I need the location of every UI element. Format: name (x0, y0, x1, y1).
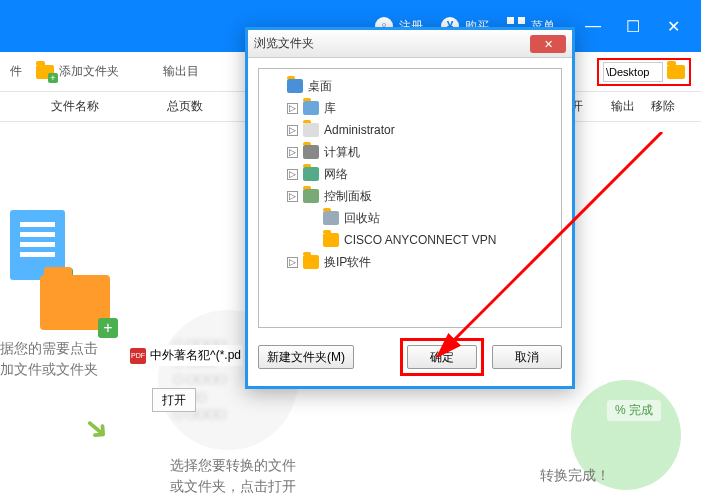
browse-folder-icon[interactable] (667, 65, 685, 79)
pdf-icon: PDF (130, 348, 146, 364)
tree-node-label: 库 (324, 100, 336, 117)
tree-node[interactable]: CISCO ANYCONNECT VPN (265, 229, 555, 251)
tree-node[interactable]: ▷库 (265, 97, 555, 119)
sample-file-row: PDF 中外著名犯^(*.pd (128, 345, 243, 366)
fold-icon (303, 255, 319, 269)
add-file-button[interactable]: 件 (10, 63, 22, 80)
dialog-titlebar[interactable]: 浏览文件夹 ✕ (248, 30, 572, 58)
folder-icon: + (36, 65, 54, 79)
expand-icon[interactable]: ▷ (287, 125, 298, 136)
lib-icon (303, 101, 319, 115)
net-icon (303, 167, 319, 181)
expand-icon[interactable]: ▷ (287, 257, 298, 268)
close-button[interactable]: ✕ (653, 17, 693, 36)
new-folder-button[interactable]: 新建文件夹(M) (258, 345, 354, 369)
col-remove: 移除 (651, 98, 691, 115)
browse-folder-dialog: 浏览文件夹 ✕ 桌面▷库▷Administrator▷计算机▷网络▷控制面板回收… (245, 27, 575, 389)
arrow-icon: ➜ (77, 406, 119, 449)
col-name: 文件名称 (10, 98, 140, 115)
tree-node[interactable]: 回收站 (265, 207, 555, 229)
expand-icon[interactable]: ▷ (287, 191, 298, 202)
tree-node[interactable]: ▷网络 (265, 163, 555, 185)
tree-node[interactable]: ▷控制面板 (265, 185, 555, 207)
expand-icon[interactable]: ▷ (287, 169, 298, 180)
file-stack-illustration: + + (10, 210, 130, 330)
col-output: 输出 (611, 98, 651, 115)
tree-node[interactable]: 桌面 (265, 75, 555, 97)
tree-node-label: 计算机 (324, 144, 360, 161)
open-sample-button[interactable]: 打开 (152, 388, 196, 412)
tree-node[interactable]: ▷Administrator (265, 119, 555, 141)
tree-node[interactable]: ▷换IP软件 (265, 251, 555, 273)
fold-icon (323, 233, 339, 247)
sample-file-name: 中外著名犯^(*.pd (150, 347, 241, 364)
minimize-button[interactable]: — (573, 17, 613, 35)
output-path-input[interactable] (603, 62, 663, 82)
tree-node-label: 桌面 (308, 78, 332, 95)
step3-text: 转换完成！ (540, 465, 610, 486)
tree-node[interactable]: ▷计算机 (265, 141, 555, 163)
ok-highlight: 确定 (400, 338, 484, 376)
tree-node-label: CISCO ANYCONNECT VPN (344, 233, 496, 247)
cancel-button[interactable]: 取消 (492, 345, 562, 369)
output-path-highlight (597, 58, 691, 86)
col-pages: 总页数 (140, 98, 230, 115)
col-open: 开 (571, 98, 611, 115)
output-label: 输出目 (163, 63, 199, 80)
folder-tree[interactable]: 桌面▷库▷Administrator▷计算机▷网络▷控制面板回收站CISCO A… (258, 68, 562, 328)
progress-status: % 完成 (607, 400, 661, 421)
tree-node-label: Administrator (324, 123, 395, 137)
desktop-icon (287, 79, 303, 93)
add-file-label: 件 (10, 63, 22, 80)
add-folder-button[interactable]: + 添加文件夹 (36, 63, 119, 80)
step2-text: 选择您要转换的文件或文件夹，点击打开 (170, 455, 296, 497)
ok-button[interactable]: 确定 (407, 345, 477, 369)
bin-icon (323, 211, 339, 225)
dialog-close-button[interactable]: ✕ (530, 35, 566, 53)
tree-node-label: 网络 (324, 166, 348, 183)
pc-icon (303, 145, 319, 159)
add-folder-label: 添加文件夹 (59, 63, 119, 80)
expand-icon[interactable]: ▷ (287, 147, 298, 158)
tree-node-label: 换IP软件 (324, 254, 371, 271)
maximize-button[interactable]: ☐ (613, 17, 653, 36)
expand-icon[interactable]: ▷ (287, 103, 298, 114)
ctrl-icon (303, 189, 319, 203)
dialog-title: 浏览文件夹 (254, 35, 314, 52)
tree-node-label: 回收站 (344, 210, 380, 227)
user-icon (303, 123, 319, 137)
tree-node-label: 控制面板 (324, 188, 372, 205)
